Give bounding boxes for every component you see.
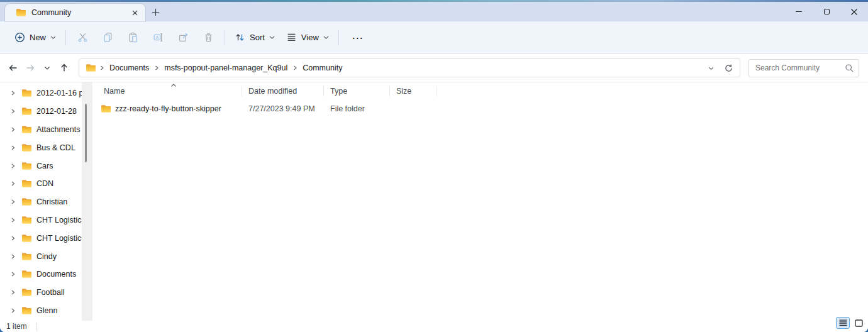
refresh-button[interactable] [720,60,737,76]
sidebar-item-label: CDN [36,179,53,188]
address-bar[interactable]: Documents msfs-popout-panel-manager_Kq9u… [79,58,740,77]
breadcrumb-community[interactable]: Community [301,62,344,74]
scissors-icon [77,32,88,43]
sidebar-item-label: CHT LogisticsA [36,234,82,243]
view-button[interactable]: View [281,28,335,47]
maximize-button[interactable] [813,2,840,21]
file-name-cell: zzz-ready-to-fly-button-skipper [92,104,242,113]
chevron-right-icon[interactable] [10,271,16,277]
tab-close-icon[interactable] [129,7,140,18]
item-count-label: 1 item [6,322,27,331]
sidebar-item[interactable]: Cindy [0,247,82,265]
chevron-down-icon [50,35,56,40]
chevron-right-icon[interactable] [10,126,16,133]
sidebar-item-label: Cindy [36,252,57,261]
sidebar-item[interactable]: Christian [0,193,82,211]
up-button[interactable] [55,58,72,77]
search-box[interactable] [748,59,859,77]
paste-button[interactable] [120,27,145,48]
folder-icon [21,252,32,261]
sidebar-item[interactable]: Glenn [0,302,82,320]
column-header-size[interactable]: Size [390,86,437,96]
see-more-button[interactable]: … [343,28,373,47]
sidebar-item-label: Bus & CDL [36,143,75,152]
chevron-down-icon [323,35,329,40]
sidebar-item[interactable]: CHT LogisticsA [0,229,82,247]
chevron-right-icon[interactable] [10,235,16,241]
breadcrumb-chevron-icon [99,65,104,71]
chevron-right-icon[interactable] [10,163,16,169]
sidebar-item-label: Cars [36,162,53,170]
column-header-type[interactable]: Type [324,86,390,96]
breadcrumb-documents[interactable]: Documents [108,62,151,74]
sidebar-item-label: Documents [36,270,76,279]
copy-button[interactable] [95,27,120,48]
command-toolbar: New A [0,21,868,54]
toolbar-separator [225,30,225,45]
sidebar-scrollbar[interactable] [82,82,92,321]
chevron-down-icon [269,35,275,40]
tab-community[interactable]: Community [5,4,145,21]
chevron-right-icon[interactable] [10,289,16,296]
search-icon[interactable] [845,64,854,73]
column-headers: Name Date modified Type Size [92,82,868,100]
chevron-right-icon[interactable] [10,108,16,114]
sidebar-item[interactable]: Bus & CDL [0,138,82,157]
forward-button[interactable] [21,58,38,77]
sidebar-item[interactable]: Cars [0,157,82,175]
address-dropdown-button[interactable] [702,60,720,76]
statusbar-separator [36,323,36,331]
column-header-date-modified[interactable]: Date modified [242,86,324,96]
cut-button[interactable] [70,27,95,48]
search-input[interactable] [749,64,840,72]
chevron-right-icon[interactable] [10,253,16,260]
chevron-right-icon[interactable] [10,307,16,314]
chevron-right-icon[interactable] [10,217,16,223]
sidebar-item[interactable]: Football [0,284,82,302]
folder-icon [21,143,32,152]
new-button[interactable]: New [9,28,62,47]
table-row[interactable]: zzz-ready-to-fly-button-skipper 7/27/202… [92,100,868,118]
new-tab-button[interactable] [148,5,162,19]
rename-button[interactable]: A [145,27,170,48]
chevron-right-icon[interactable] [10,145,16,151]
close-button[interactable] [840,2,868,21]
rename-icon: A [153,32,164,43]
delete-button[interactable] [196,27,221,48]
sidebar-item[interactable]: Attachments [0,121,82,139]
folder-icon [21,306,32,315]
sidebar-item[interactable]: Documents [0,265,82,284]
column-header-name[interactable]: Name [92,86,242,96]
sidebar-item[interactable]: CDN [0,175,82,193]
folder-icon [21,125,32,134]
breadcrumb-chevron-icon [292,65,298,71]
tab-bar: Community [0,2,868,21]
folder-icon [101,104,111,113]
recent-locations-button[interactable] [38,58,55,77]
arrow-left-icon [8,62,19,74]
file-list-pane: Name Date modified Type Size zzz-ready-t… [92,82,868,321]
refresh-icon [724,64,733,73]
chevron-right-icon[interactable] [10,180,16,187]
sidebar-item[interactable]: CHT Logistics [0,211,82,230]
scrollbar-thumb[interactable] [85,104,87,162]
svg-text:A: A [155,35,159,40]
toolbar-separator [338,30,339,45]
sidebar-item[interactable]: 2012-01-28 [0,102,82,121]
sidebar-item[interactable]: 2012-01-16 ph [0,84,82,102]
large-icons-view-icon [855,319,863,327]
details-view-button[interactable] [836,317,850,329]
back-button[interactable] [4,58,21,77]
chevron-right-icon[interactable] [10,90,16,96]
large-icons-view-button[interactable] [852,317,865,329]
folder-icon [21,216,32,224]
sort-button[interactable]: Sort [229,28,281,47]
new-button-label: New [30,33,46,42]
share-button[interactable] [170,27,196,48]
details-view-icon [839,319,847,326]
breadcrumb-msfs-popout-panel-manager[interactable]: msfs-popout-panel-manager_Kq9ul [162,62,289,74]
minimize-button[interactable] [785,2,813,21]
content-area: 2012-01-16 ph 2012-01-28 Attachments Bus… [0,82,868,321]
arrow-right-icon [25,62,36,74]
chevron-right-icon[interactable] [10,199,16,205]
